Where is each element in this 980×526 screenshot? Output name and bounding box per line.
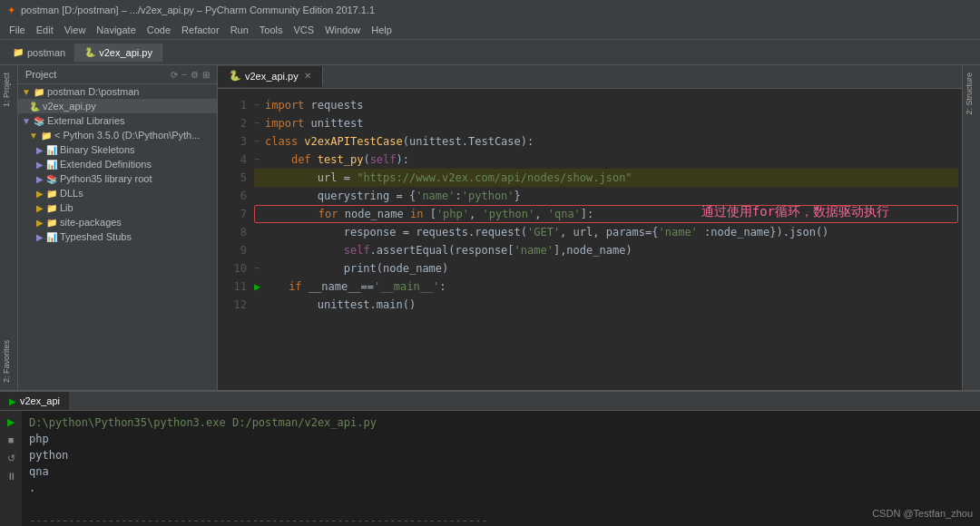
tree-item-ext-defs[interactable]: ▶ 📊 Extended Definitions bbox=[18, 157, 217, 171]
tree-label-binary-skel: Binary Skeletons bbox=[60, 144, 135, 155]
code-line-3: − class v2exAPITestCase(unittest.TestCas… bbox=[254, 132, 958, 151]
postman-folder-icon: ▼ bbox=[22, 87, 31, 97]
right-vtabs: 2: Structure bbox=[962, 65, 980, 390]
vtab-favorites[interactable]: 2: Favorites bbox=[0, 333, 17, 390]
fold-10[interactable]: − bbox=[254, 259, 263, 278]
dlls-icon2: 📁 bbox=[46, 189, 57, 199]
menu-code[interactable]: Code bbox=[142, 23, 176, 37]
code-line-4: − def test_py(self): bbox=[254, 151, 958, 169]
fold-5 bbox=[254, 169, 263, 187]
tree-item-dlls[interactable]: ▶ 📁 DLLs bbox=[18, 186, 217, 200]
file-tab[interactable]: 🐍 v2ex_api.py bbox=[75, 44, 162, 62]
run-content: ▶ ■ ↺ ⏸ ✕ D:\python\Python35\python3.exe… bbox=[0, 411, 980, 526]
run-stop-btn[interactable]: ■ bbox=[4, 433, 18, 447]
menu-bar: File Edit View Navigate Code Refactor Ru… bbox=[0, 20, 980, 40]
project-tab-label: postman bbox=[27, 47, 65, 58]
tree-label-site-pkg: site-packages bbox=[60, 217, 122, 228]
sidebar-header: Project ⟳ − ⚙ ⊞ bbox=[18, 65, 217, 84]
title-icon: ✦ bbox=[7, 5, 15, 16]
ext-libs-icon: ▼ bbox=[22, 116, 31, 126]
v2ex-file-icon: 🐍 bbox=[29, 102, 40, 112]
sync-icon[interactable]: ⟳ bbox=[171, 70, 178, 80]
tree-label-lib: Lib bbox=[60, 202, 74, 213]
menu-vcs[interactable]: VCS bbox=[289, 23, 320, 37]
tree-label-postman: postman D:\postman bbox=[47, 86, 140, 97]
code-line-8: response = requests.request('GET', url, … bbox=[254, 223, 958, 241]
lib-icon2: 📁 bbox=[46, 203, 57, 213]
run-line-2: python bbox=[29, 447, 973, 463]
tree-item-typeshed[interactable]: ▶ 📊 Typeshed Stubs bbox=[18, 229, 217, 244]
binary-skel-icon: ▶ bbox=[36, 145, 44, 155]
fold-6 bbox=[254, 187, 263, 205]
py35-root-icon: ▶ bbox=[36, 174, 44, 184]
site-pkg-icon2: 📁 bbox=[46, 218, 57, 228]
editor-tab-label: v2ex_api.py bbox=[245, 71, 299, 82]
tree-label-v2ex: v2ex_api.py bbox=[43, 101, 96, 112]
tree-label-typeshed: Typeshed Stubs bbox=[60, 231, 132, 242]
project-folder-icon: 📁 bbox=[13, 47, 24, 57]
code-line-1: − import requests bbox=[254, 96, 958, 114]
run-play-btn[interactable]: ▶ bbox=[4, 414, 18, 429]
menu-tools[interactable]: Tools bbox=[254, 23, 289, 37]
editor-tab-v2ex[interactable]: 🐍 v2ex_api.py ✕ bbox=[218, 66, 323, 87]
menu-refactor[interactable]: Refactor bbox=[176, 23, 225, 37]
tree-item-py35-root[interactable]: ▶ 📚 Python35 library root bbox=[18, 171, 217, 186]
fold-2[interactable]: − bbox=[254, 114, 263, 132]
editor-tab-close[interactable]: ✕ bbox=[304, 71, 311, 81]
menu-run[interactable]: Run bbox=[225, 23, 254, 37]
menu-navigate[interactable]: Navigate bbox=[91, 23, 141, 37]
line-numbers: 123456 789101112 bbox=[218, 89, 250, 390]
run-rerun-btn[interactable]: ↺ bbox=[4, 451, 18, 465]
tree-item-python35[interactable]: ▼ 📁 < Python 3.5.0 (D:\Python\Pyth... bbox=[18, 128, 217, 142]
collapse-icon[interactable]: − bbox=[181, 70, 187, 80]
editor-tab-icon: 🐍 bbox=[229, 70, 241, 82]
fold-4[interactable]: − bbox=[254, 151, 263, 169]
fold-8 bbox=[254, 223, 263, 241]
tree-item-site-pkg[interactable]: ▶ 📁 site-packages bbox=[18, 215, 217, 229]
tree-item-lib[interactable]: ▶ 📁 Lib bbox=[18, 200, 217, 215]
run-line-5 bbox=[29, 496, 973, 512]
gear-icon[interactable]: ⊞ bbox=[202, 70, 210, 80]
editor-area: 🐍 v2ex_api.py ✕ 123456 789101112 − impor… bbox=[218, 65, 962, 390]
code-line-11: ▶ if __name__=='__main__': bbox=[254, 278, 958, 296]
run-tab-v2ex[interactable]: ▶ v2ex_api bbox=[0, 392, 69, 410]
menu-file[interactable]: File bbox=[4, 23, 31, 37]
typeshed-icon: ▶ bbox=[36, 232, 44, 242]
tree-label-python35: < Python 3.5.0 (D:\Python\Pyth... bbox=[54, 130, 201, 141]
fold-3[interactable]: − bbox=[254, 132, 263, 151]
menu-window[interactable]: Window bbox=[319, 23, 366, 37]
file-tab-icon: 🐍 bbox=[84, 47, 95, 57]
run-tab-label: v2ex_api bbox=[20, 395, 60, 406]
menu-edit[interactable]: Edit bbox=[31, 23, 59, 37]
menu-view[interactable]: View bbox=[59, 23, 92, 37]
fold-1[interactable]: − bbox=[254, 96, 263, 114]
watermark: CSDN @Testfan_zhou bbox=[872, 508, 973, 519]
run-line-6: ----------------------------------------… bbox=[29, 512, 973, 526]
vtab-project[interactable]: 1: Project bbox=[0, 65, 17, 114]
run-pause-btn[interactable]: ⏸ bbox=[4, 469, 18, 483]
tree-item-v2ex[interactable]: 🐍 v2ex_api.py bbox=[18, 99, 217, 113]
menu-help[interactable]: Help bbox=[366, 23, 397, 37]
code-content[interactable]: − import requests − import unittest − cl… bbox=[250, 89, 962, 390]
run-arrow-11[interactable]: ▶ bbox=[254, 278, 260, 296]
project-tab[interactable]: 📁 postman bbox=[4, 44, 75, 62]
typeshed-icon2: 📊 bbox=[46, 232, 57, 242]
tree-item-postman[interactable]: ▼ 📁 postman D:\postman bbox=[18, 84, 217, 99]
run-gutter: ▶ ■ ↺ ⏸ ✕ bbox=[0, 411, 22, 526]
tree-label-ext-defs: Extended Definitions bbox=[60, 159, 152, 170]
run-line-4: . bbox=[29, 480, 973, 496]
fold-12 bbox=[254, 296, 263, 314]
run-line-0: D:\python\Python35\python3.exe D:/postma… bbox=[29, 414, 973, 431]
vtab-structure[interactable]: 2: Structure bbox=[963, 65, 980, 122]
settings-icon[interactable]: ⚙ bbox=[191, 70, 199, 80]
title-text: postman [D:/postman] – .../v2ex_api.py –… bbox=[21, 5, 375, 15]
code-editor[interactable]: 123456 789101112 − import requests − imp… bbox=[218, 89, 962, 390]
tree-item-ext-libs[interactable]: ▼ 📚 External Libraries bbox=[18, 113, 217, 128]
left-vtabs: 1: Project 2: Favorites bbox=[0, 65, 18, 390]
ext-libs-icon2: 📚 bbox=[34, 116, 44, 126]
tree-item-binary-skel[interactable]: ▶ 📊 Binary Skeletons bbox=[18, 142, 217, 157]
tree-label-ext-libs: External Libraries bbox=[47, 115, 125, 126]
run-line-3: qna bbox=[29, 463, 973, 480]
code-line-2: − import unittest bbox=[254, 114, 958, 132]
python35-icon2: 📁 bbox=[41, 131, 52, 141]
